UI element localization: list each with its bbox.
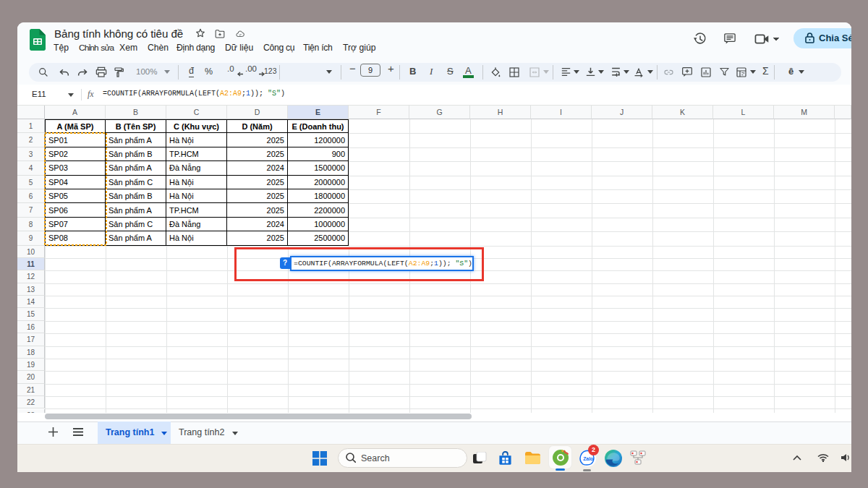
svg-text:Zalo: Zalo (583, 456, 593, 461)
